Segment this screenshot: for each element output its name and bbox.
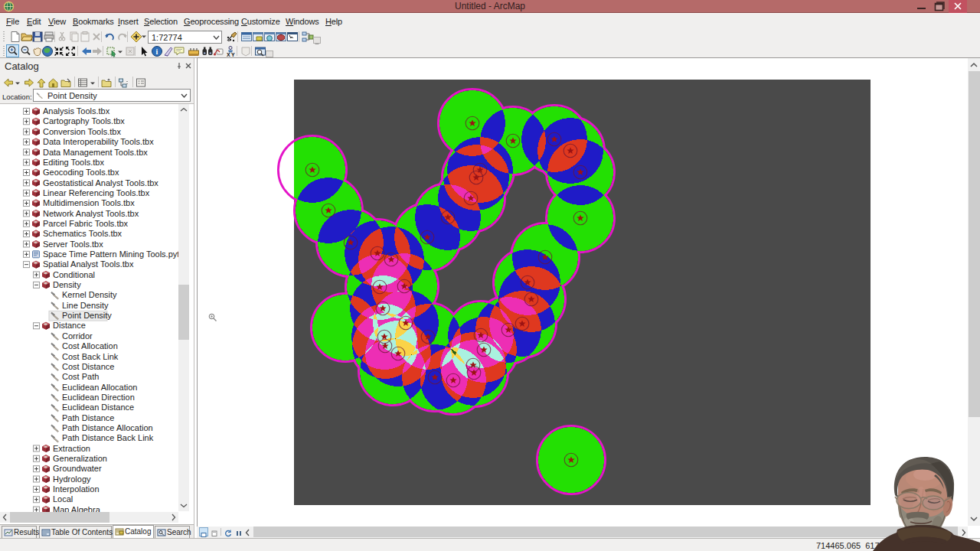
svg-text:Conversion Tools.tbx: Conversion Tools.tbx [43, 127, 121, 136]
svg-text:Geocoding Tools.tbx: Geocoding Tools.tbx [43, 168, 119, 177]
svg-text:Kernel Density: Kernel Density [62, 290, 117, 299]
svg-text:Linear Referencing Tools.tbx: Linear Referencing Tools.tbx [43, 188, 150, 197]
svg-text:Schematics Tools.tbx: Schematics Tools.tbx [43, 229, 122, 238]
svg-text:Interpolation: Interpolation [53, 484, 100, 494]
svg-text:Path Distance Back Link: Path Distance Back Link [62, 433, 154, 442]
svg-text:Cost Back Link: Cost Back Link [62, 352, 119, 361]
svg-text:Geostatistical Analyst Tools.t: Geostatistical Analyst Tools.tbx [43, 178, 158, 187]
svg-text:Cost Path: Cost Path [62, 372, 99, 381]
svg-text:Cost Allocation: Cost Allocation [62, 341, 118, 350]
svg-text:Conditional: Conditional [53, 270, 95, 279]
svg-text:Space Time Pattern Mining Tool: Space Time Pattern Mining Tools.pyt [43, 249, 179, 259]
svg-text:Data Interoperability Tools.tb: Data Interoperability Tools.tbx [43, 137, 154, 146]
svg-text:Analysis Tools.tbx: Analysis Tools.tbx [43, 106, 110, 116]
svg-text:X: X [227, 52, 230, 57]
svg-text:Euclidean Allocation: Euclidean Allocation [62, 383, 137, 392]
svg-text:Path Distance: Path Distance [62, 413, 114, 422]
svg-text:Distance: Distance [53, 321, 86, 330]
svg-text:Generalization: Generalization [53, 454, 107, 463]
svg-text:Density: Density [53, 280, 81, 289]
svg-text:Data Management Tools.tbx: Data Management Tools.tbx [43, 148, 148, 157]
svg-text:Network Analyst Tools.tbx: Network Analyst Tools.tbx [43, 209, 139, 218]
svg-text:i: i [156, 47, 158, 56]
svg-text:Multidimension Tools.tbx: Multidimension Tools.tbx [43, 198, 135, 207]
svg-text:Local: Local [53, 494, 73, 504]
svg-text:Spatial Analyst Tools.tbx: Spatial Analyst Tools.tbx [43, 259, 134, 269]
svg-text:Line Density: Line Density [62, 301, 109, 310]
svg-text:Cost Distance: Cost Distance [62, 362, 114, 371]
svg-text:Extraction: Extraction [53, 444, 90, 453]
svg-text:Corridor: Corridor [62, 331, 93, 341]
svg-text:Euclidean Distance: Euclidean Distance [62, 403, 134, 412]
svg-text:Y: Y [231, 52, 235, 57]
svg-text:Server Tools.tbx: Server Tools.tbx [43, 240, 103, 249]
svg-text:Editing Tools.tbx: Editing Tools.tbx [43, 158, 104, 167]
svg-text:Path Distance Allocation: Path Distance Allocation [62, 423, 153, 432]
svg-text:Groundwater: Groundwater [53, 464, 102, 473]
svg-text:Euclidean Direction: Euclidean Direction [62, 393, 135, 402]
svg-text:Hydrology: Hydrology [53, 474, 91, 484]
svg-text:Point Density: Point Density [62, 311, 112, 320]
svg-text:Parcel Fabric Tools.tbx: Parcel Fabric Tools.tbx [43, 219, 129, 228]
svg-text:Cartography Tools.tbx: Cartography Tools.tbx [43, 116, 125, 126]
